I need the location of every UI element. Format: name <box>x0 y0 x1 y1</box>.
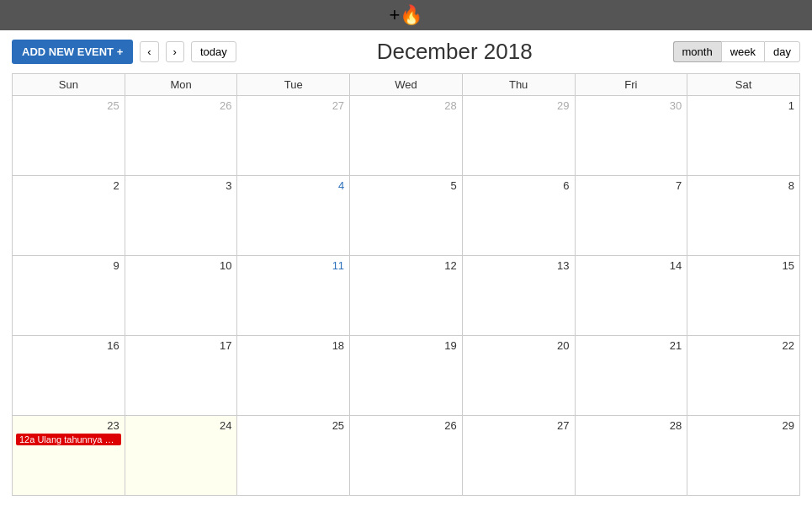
calendar-cell[interactable]: 27 <box>237 96 350 176</box>
day-number: 17 <box>129 338 234 352</box>
day-number: 25 <box>16 98 121 112</box>
calendar-cell[interactable]: 1 <box>687 96 800 176</box>
day-number: 19 <box>353 338 459 352</box>
calendar-row: 2345678 <box>13 176 800 256</box>
day-number: 16 <box>16 338 121 352</box>
weekday-header-sat: Sat <box>687 74 800 96</box>
topbar: + 🔥 <box>0 0 812 30</box>
calendar-cell[interactable]: 26 <box>350 416 463 496</box>
calendar-cell[interactable]: 26 <box>125 96 237 176</box>
calendar-cell[interactable]: 19 <box>350 336 463 416</box>
day-number: 11 <box>241 258 346 272</box>
day-number: 2 <box>16 178 121 192</box>
calendar-cell[interactable]: 11 <box>237 256 350 336</box>
calendar-cell[interactable]: 10 <box>125 256 237 336</box>
add-event-button[interactable]: ADD NEW EVENT + <box>12 40 133 64</box>
weekday-header-thu: Thu <box>462 74 575 96</box>
calendar-cell[interactable]: 15 <box>687 256 800 336</box>
day-number: 13 <box>466 258 571 272</box>
calendar-cell[interactable]: 16 <box>13 336 125 416</box>
view-month-button[interactable]: month <box>673 41 721 62</box>
day-number: 1 <box>691 98 796 112</box>
calendar-cell[interactable]: 12 <box>350 256 463 336</box>
view-day-button[interactable]: day <box>764 41 800 62</box>
calendar-cell[interactable]: 6 <box>462 176 575 256</box>
flame-icon-symbol: 🔥 <box>400 4 422 26</box>
prev-button[interactable]: ‹ <box>140 41 158 62</box>
day-number: 27 <box>241 98 346 112</box>
next-button[interactable]: › <box>166 41 184 62</box>
calendar-cell[interactable]: 30 <box>575 96 687 176</box>
calendar-cell[interactable]: 2312a Ulang tahunnya sidia manta pak eko <box>13 416 125 496</box>
day-number: 10 <box>129 258 234 272</box>
calendar-cell[interactable]: 2 <box>13 176 125 256</box>
day-number: 14 <box>579 258 684 272</box>
calendar-cell[interactable]: 21 <box>575 336 687 416</box>
weekday-header-fri: Fri <box>575 74 687 96</box>
month-title: December 2018 <box>243 39 666 65</box>
weekday-header-wed: Wed <box>350 74 463 96</box>
day-number: 28 <box>579 418 684 432</box>
calendar-cell[interactable]: 29 <box>687 416 800 496</box>
view-buttons: month week day <box>673 41 800 62</box>
day-number: 18 <box>241 338 346 352</box>
day-number: 5 <box>353 178 459 192</box>
calendar-cell[interactable]: 27 <box>462 416 575 496</box>
day-number: 22 <box>691 338 796 352</box>
calendar-cell[interactable]: 25 <box>13 96 125 176</box>
day-number: 29 <box>466 98 571 112</box>
day-number: 15 <box>691 258 796 272</box>
day-number: 30 <box>579 98 684 112</box>
calendar-cell[interactable]: 4 <box>237 176 350 256</box>
day-number: 4 <box>241 178 346 192</box>
calendar-cell[interactable]: 18 <box>237 336 350 416</box>
calendar-cell[interactable]: 9 <box>13 256 125 336</box>
day-number: 25 <box>241 418 346 432</box>
calendar-header-row: SunMonTueWedThuFriSat <box>13 74 800 96</box>
day-number: 29 <box>691 418 796 432</box>
calendar-cell[interactable]: 25 <box>237 416 350 496</box>
calendar-cell[interactable]: 8 <box>687 176 800 256</box>
day-number: 9 <box>16 258 121 272</box>
calendar-row: 16171819202122 <box>13 336 800 416</box>
day-number: 26 <box>129 98 234 112</box>
view-week-button[interactable]: week <box>721 41 764 62</box>
day-number: 6 <box>466 178 571 192</box>
calendar-cell[interactable]: 5 <box>350 176 463 256</box>
day-number: 24 <box>129 418 234 432</box>
calendar-cell[interactable]: 17 <box>125 336 237 416</box>
calendar-row: 2526272829301 <box>13 96 800 176</box>
weekday-header-sun: Sun <box>13 74 125 96</box>
calendar-cell[interactable]: 7 <box>575 176 687 256</box>
controls-row: ADD NEW EVENT + ‹ › today December 2018 … <box>0 30 812 73</box>
calendar-row: 2312a Ulang tahunnya sidia manta pak eko… <box>13 416 800 496</box>
day-number: 27 <box>466 418 571 432</box>
day-number: 8 <box>691 178 796 192</box>
day-number: 26 <box>353 418 459 432</box>
calendar-cell[interactable]: 28 <box>575 416 687 496</box>
calendar-cell[interactable]: 28 <box>350 96 463 176</box>
day-number: 28 <box>353 98 459 112</box>
day-number: 20 <box>466 338 571 352</box>
day-number: 12 <box>353 258 459 272</box>
calendar-row: 9101112131415 <box>13 256 800 336</box>
weekday-header-tue: Tue <box>237 74 350 96</box>
day-number: 21 <box>579 338 684 352</box>
calendar-cell[interactable]: 22 <box>687 336 800 416</box>
day-number: 7 <box>579 178 684 192</box>
calendar-cell[interactable]: 13 <box>462 256 575 336</box>
weekday-header-mon: Mon <box>125 74 237 96</box>
calendar-cell[interactable]: 3 <box>125 176 237 256</box>
calendar-grid: SunMonTueWedThuFriSat 252627282930123456… <box>12 73 800 496</box>
today-button[interactable]: today <box>191 41 236 62</box>
calendar-cell[interactable]: 20 <box>462 336 575 416</box>
day-number: 23 <box>16 418 121 432</box>
event-bar[interactable]: 12a Ulang tahunnya sidia manta pak eko <box>16 434 121 445</box>
day-number: 3 <box>129 178 234 192</box>
calendar-cell[interactable]: 29 <box>462 96 575 176</box>
flame-icon: + <box>390 4 401 26</box>
calendar-cell[interactable]: 24 <box>125 416 237 496</box>
calendar-cell[interactable]: 14 <box>575 256 687 336</box>
